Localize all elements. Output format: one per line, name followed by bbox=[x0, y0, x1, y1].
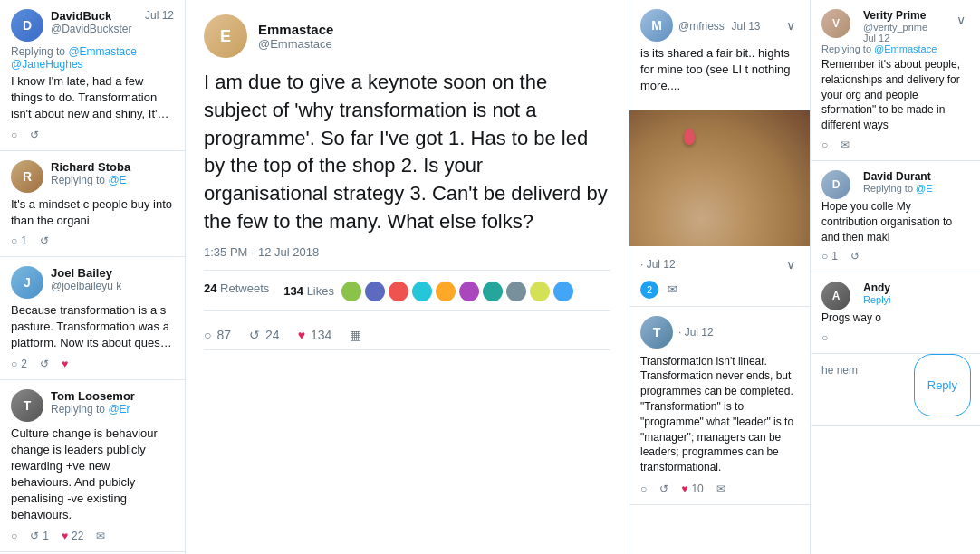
tweet-meta: Andy Replyi bbox=[863, 282, 891, 308]
tweet-name: Andy bbox=[863, 282, 891, 294]
mail-icon: ✉ bbox=[96, 530, 105, 542]
heart-icon: ♥ bbox=[681, 482, 687, 495]
tweet-text: is its shared a fair bit.. hights for mi… bbox=[640, 45, 799, 95]
right-columns: M @mfriess Jul 13 ∨ is its shared a fair… bbox=[629, 0, 980, 554]
tweet-with-image: · Jul 12 ∨ 2 ✉ bbox=[629, 110, 810, 307]
avatar: R bbox=[11, 160, 43, 193]
tweet-header: T Tom Loosemor Replying to @Er bbox=[11, 389, 174, 422]
avatar: M bbox=[640, 9, 673, 42]
tweet-david-buck: D DavidBuck Jul 12 @DavidBuckster Replyi… bbox=[0, 0, 185, 151]
tweet-header: D DavidBuck Jul 12 @DavidBuckster bbox=[11, 9, 174, 42]
tweet-date-bottom: · Jul 12 bbox=[640, 258, 676, 271]
like-avatar-7 bbox=[483, 282, 503, 301]
comment-icon: ○ bbox=[821, 331, 828, 344]
tweet-handle: @verity_prime bbox=[863, 22, 927, 33]
avatar: D bbox=[11, 9, 43, 42]
comment-action[interactable]: ○ 1 bbox=[11, 234, 27, 247]
comment-count: 1 bbox=[831, 250, 838, 263]
mail-action[interactable]: ✉ bbox=[716, 482, 725, 495]
tweet-name: Joel Bailey bbox=[51, 266, 174, 280]
reply-to: Replyi bbox=[863, 294, 891, 305]
like-avatar-8 bbox=[506, 282, 526, 301]
mail-action[interactable]: ✉ bbox=[841, 138, 850, 151]
retweet-action[interactable]: ↺ bbox=[30, 129, 39, 141]
tweet-actions: ○ ↺ bbox=[11, 129, 174, 141]
tweet-text: Culture change is behaviour change is le… bbox=[11, 425, 174, 524]
mid-right-column: M @mfriess Jul 13 ∨ is its shared a fair… bbox=[629, 0, 811, 554]
retweet-icon: ↺ bbox=[249, 328, 260, 342]
retweet-action[interactable]: ↺ bbox=[659, 482, 668, 495]
tweet-meta: DavidBuck Jul 12 @DavidBuckster bbox=[51, 9, 174, 35]
retweet-action[interactable]: ↺ 1 bbox=[30, 530, 49, 542]
retweet-count: 24 bbox=[265, 328, 280, 342]
reply-to: Replying to @E bbox=[51, 174, 174, 186]
comment-action[interactable]: ○ bbox=[821, 138, 828, 151]
comment-action[interactable]: ○ bbox=[11, 129, 17, 141]
tweet-name: Verity Prime bbox=[863, 9, 927, 22]
comment-action[interactable]: ○ 2 bbox=[11, 358, 27, 370]
mail-icon: ✉ bbox=[668, 282, 677, 296]
tweet-text: Remember it's about people, relationship… bbox=[821, 57, 969, 133]
heart-icon: ♥ bbox=[62, 358, 68, 370]
like-avatar-1 bbox=[341, 282, 361, 301]
analytics-icon: ▦ bbox=[350, 328, 361, 342]
retweet-icon: ↺ bbox=[40, 234, 49, 247]
like-action[interactable]: ♥ bbox=[62, 358, 68, 370]
retweet-action[interactable]: ↺ bbox=[850, 250, 860, 263]
tweet-name: DavidBuck bbox=[51, 9, 111, 23]
tweet-meta: Joel Bailey @joelbaileyu k bbox=[51, 266, 174, 292]
like-avatar-9 bbox=[530, 282, 550, 301]
reply-button[interactable]: Reply bbox=[914, 354, 971, 416]
comment-action[interactable]: ○ 87 bbox=[204, 328, 231, 342]
tweet-text: Progs way o bbox=[821, 310, 969, 326]
tweet-meta: @mfriess Jul 13 bbox=[678, 19, 761, 33]
mail-action[interactable]: ✉ bbox=[96, 530, 105, 542]
chevron-down-icon[interactable]: ∨ bbox=[953, 9, 969, 31]
far-right-column: V Verity Prime @verity_prime Jul 12 ∨ Re… bbox=[811, 0, 980, 554]
analytics-action[interactable]: ▦ bbox=[350, 328, 361, 342]
comment-icon: ○ bbox=[11, 530, 17, 542]
retweet-icon: ↺ bbox=[30, 530, 39, 542]
tweet-text: It's a mindset c people buy into than th… bbox=[11, 196, 174, 229]
retweet-action[interactable]: ↺ 24 bbox=[249, 328, 280, 342]
like-action[interactable]: ♥ 134 bbox=[298, 328, 332, 342]
tweet-andy: A Andy Replyi Progs way o ○ bbox=[811, 272, 980, 354]
chevron-down-icon[interactable]: ∨ bbox=[783, 253, 799, 275]
avatar: J bbox=[11, 266, 43, 299]
reply-to: Replying to @Emmastace @JaneHughes bbox=[11, 45, 174, 71]
likes-badge: 2 bbox=[640, 281, 658, 299]
tweet-text: I know I'm late, had a few things to do.… bbox=[11, 73, 174, 123]
reply-to: Replying to @E bbox=[863, 183, 933, 194]
tweet-meta: Tom Loosemor Replying to @Er bbox=[51, 389, 174, 418]
like-action[interactable]: ♥ 22 bbox=[62, 530, 83, 542]
retweet-action[interactable]: ↺ bbox=[40, 358, 49, 370]
tweet-meta: David Durant Replying to @E bbox=[863, 170, 933, 196]
tweet-mfriess: M @mfriess Jul 13 ∨ is its shared a fair… bbox=[629, 0, 810, 110]
comment-icon: ○ bbox=[821, 138, 828, 151]
chevron-down-icon[interactable]: ∨ bbox=[783, 14, 799, 36]
tweet-date: Jul 12 bbox=[145, 9, 174, 22]
avatar: T bbox=[11, 389, 43, 422]
comment-action[interactable]: ○ bbox=[640, 482, 647, 495]
comment-action[interactable]: ○ bbox=[11, 530, 17, 542]
tweet-date: Jul 12 bbox=[863, 33, 927, 43]
comment-action[interactable]: ○ bbox=[821, 331, 828, 344]
comment-icon: ○ bbox=[640, 482, 647, 495]
like-action[interactable]: ♥ 10 bbox=[681, 482, 703, 495]
tweet-transformation: T · Jul 12 Transformation isn't linear. … bbox=[629, 307, 810, 505]
retweet-icon: ↺ bbox=[850, 250, 860, 263]
tweet-text: Because transformation is a s pasture. T… bbox=[11, 302, 174, 352]
main-timestamp: 1:35 PM - 12 Jul 2018 bbox=[204, 245, 610, 271]
main-tweet-text: I am due to give a keynote soon on the s… bbox=[204, 69, 610, 236]
tweet-header: A Andy Replyi bbox=[821, 282, 969, 310]
tweet-header: D David Durant Replying to @E bbox=[821, 170, 969, 199]
main-actions: ○ 87 ↺ 24 ♥ 134 ▦ bbox=[204, 320, 610, 350]
retweet-icon: ↺ bbox=[40, 358, 49, 370]
retweet-action[interactable]: ↺ bbox=[40, 234, 49, 247]
main-author-name: Emmastace bbox=[258, 22, 333, 37]
tweet-text: Transformation isn't linear. Transformat… bbox=[640, 354, 799, 475]
comment-action[interactable]: ○ 1 bbox=[821, 250, 838, 263]
tweet-text: Hope you colle My contribution organisat… bbox=[821, 199, 969, 244]
like-avatar-4 bbox=[412, 282, 432, 301]
likes-stats: 134 Likes bbox=[283, 282, 573, 301]
